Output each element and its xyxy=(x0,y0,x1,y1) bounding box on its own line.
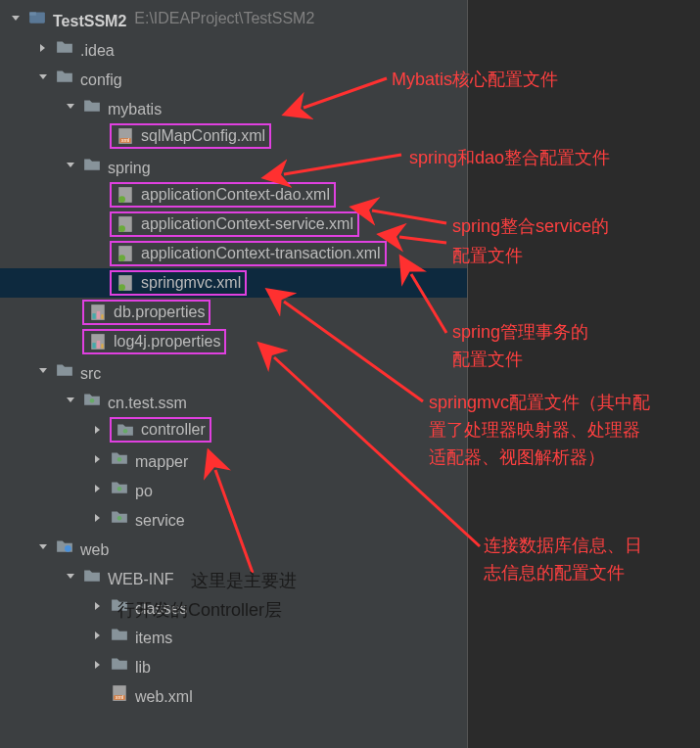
tree-row[interactable]: log4j.properties xyxy=(0,327,467,356)
xml-s-icon xyxy=(116,244,135,263)
tree-item[interactable]: db.properties xyxy=(82,300,210,325)
tree-item-label: po xyxy=(135,483,153,499)
tree-item[interactable]: config xyxy=(55,67,122,89)
tree-item[interactable]: items xyxy=(110,625,172,647)
package-icon xyxy=(116,420,135,440)
tree-item[interactable]: src xyxy=(55,360,101,383)
svg-point-8 xyxy=(118,225,125,232)
svg-rect-1 xyxy=(29,12,36,15)
tree-row[interactable]: applicationContext-transaction.xml xyxy=(0,239,467,268)
tree-row[interactable]: TestSSM2E:\IDEAProject\TestSSM2 xyxy=(0,4,467,33)
tree-item[interactable]: xmlweb.xml xyxy=(110,683,193,706)
folder-icon xyxy=(110,625,129,644)
annotation-text: 志信息的配置文件 xyxy=(484,560,625,586)
tree-row[interactable]: mybatis xyxy=(0,92,467,121)
tree-item[interactable]: applicationContext-dao.xml xyxy=(110,182,336,208)
chevron-right-icon[interactable] xyxy=(90,598,106,614)
tree-item[interactable]: WEB-INF xyxy=(82,566,174,588)
chevron-down-icon[interactable] xyxy=(63,569,78,584)
tree-item[interactable]: xmlsqlMapConfig.xml xyxy=(110,123,271,149)
tree-item-label: config xyxy=(80,71,122,88)
webfolder-icon xyxy=(55,537,74,556)
tree-item[interactable]: applicationContext-service.xml xyxy=(110,211,359,237)
package-icon xyxy=(82,390,102,409)
xml-s-icon xyxy=(116,273,135,293)
tree-row[interactable]: config xyxy=(0,63,467,92)
tree-row[interactable]: items xyxy=(0,621,467,650)
props-icon xyxy=(88,303,108,322)
tree-row[interactable]: xmlweb.xml xyxy=(0,679,467,709)
tree-row[interactable]: mapper xyxy=(0,444,467,474)
tree-item[interactable]: springmvc.xml xyxy=(110,270,247,296)
tree-row[interactable]: springmvc.xml xyxy=(0,268,467,298)
chevron-right-icon[interactable] xyxy=(90,510,106,526)
chevron-down-icon[interactable] xyxy=(63,99,78,115)
tree-item[interactable]: .idea xyxy=(55,37,115,60)
tree-row[interactable]: classes xyxy=(0,591,467,621)
tree-item-label: springmvc.xml xyxy=(141,274,241,292)
tree-item-label: src xyxy=(80,365,101,382)
tree-item[interactable]: mybatis xyxy=(82,96,162,118)
tree-item-label: web.xml xyxy=(135,688,193,705)
tree-item[interactable]: log4j.properties xyxy=(82,329,226,354)
tree-item-label: spring xyxy=(108,160,151,176)
tree-row[interactable]: service xyxy=(0,503,467,533)
tree-row[interactable]: cn.test.ssm xyxy=(0,386,467,415)
tree-item[interactable]: applicationContext-transaction.xml xyxy=(110,241,387,266)
tree-row[interactable]: spring xyxy=(0,151,467,180)
tree-item[interactable]: TestSSM2 xyxy=(27,8,126,30)
svg-rect-19 xyxy=(97,341,100,349)
svg-point-12 xyxy=(118,284,125,291)
chevron-right-icon[interactable] xyxy=(90,481,106,496)
svg-point-23 xyxy=(117,456,122,461)
tree-item-label: applicationContext-transaction.xml xyxy=(141,245,381,262)
tree-item-label: .idea xyxy=(80,42,115,59)
folder-icon xyxy=(55,360,74,380)
tree-item-label: applicationContext-dao.xml xyxy=(141,186,330,204)
chevron-down-icon[interactable] xyxy=(63,158,78,173)
folder-icon xyxy=(82,96,102,116)
project-tree[interactable]: TestSSM2E:\IDEAProject\TestSSM2.ideaconf… xyxy=(0,0,467,709)
chevron-right-icon[interactable] xyxy=(90,657,106,673)
tree-row[interactable]: xmlsqlMapConfig.xml xyxy=(0,121,467,151)
tree-row[interactable]: controller xyxy=(0,415,467,444)
chevron-down-icon[interactable] xyxy=(8,11,23,26)
tree-item[interactable]: service xyxy=(110,507,185,530)
tree-item[interactable]: classes xyxy=(110,595,187,618)
svg-point-26 xyxy=(65,544,71,551)
tree-item[interactable]: web xyxy=(55,537,109,559)
tree-row[interactable]: po xyxy=(0,474,467,503)
tree-item[interactable]: cn.test.ssm xyxy=(82,390,187,412)
chevron-down-icon[interactable] xyxy=(63,393,78,408)
tree-row[interactable]: lib xyxy=(0,650,467,679)
xml-icon: xml xyxy=(116,126,135,146)
xml-s-icon xyxy=(116,185,135,205)
tree-row[interactable]: db.properties xyxy=(0,298,467,327)
folder-icon xyxy=(82,155,102,174)
chevron-right-icon[interactable] xyxy=(90,451,106,467)
tree-row[interactable]: applicationContext-service.xml xyxy=(0,210,467,239)
svg-rect-20 xyxy=(101,344,103,349)
tree-row[interactable]: .idea xyxy=(0,33,467,63)
svg-point-6 xyxy=(118,196,125,203)
package-icon xyxy=(110,507,129,527)
chevron-down-icon[interactable] xyxy=(35,363,51,379)
tree-item[interactable]: po xyxy=(110,478,153,500)
tree-item[interactable]: lib xyxy=(110,654,151,677)
chevron-right-icon[interactable] xyxy=(35,40,51,56)
svg-point-25 xyxy=(117,515,122,520)
chevron-down-icon[interactable] xyxy=(35,70,51,85)
tree-row[interactable]: web xyxy=(0,533,467,562)
chevron-right-icon[interactable] xyxy=(90,628,106,643)
tree-item[interactable]: controller xyxy=(110,417,211,443)
tree-item-label: mapper xyxy=(135,453,188,470)
tree-row[interactable]: WEB-INF xyxy=(0,562,467,591)
tree-row[interactable]: src xyxy=(0,356,467,386)
folder-icon xyxy=(55,37,74,57)
tree-item-label: applicationContext-service.xml xyxy=(141,215,353,233)
tree-row[interactable]: applicationContext-dao.xml xyxy=(0,180,467,210)
tree-item[interactable]: mapper xyxy=(110,448,188,471)
chevron-right-icon[interactable] xyxy=(90,422,106,438)
chevron-down-icon[interactable] xyxy=(35,539,51,555)
tree-item[interactable]: spring xyxy=(82,155,151,177)
